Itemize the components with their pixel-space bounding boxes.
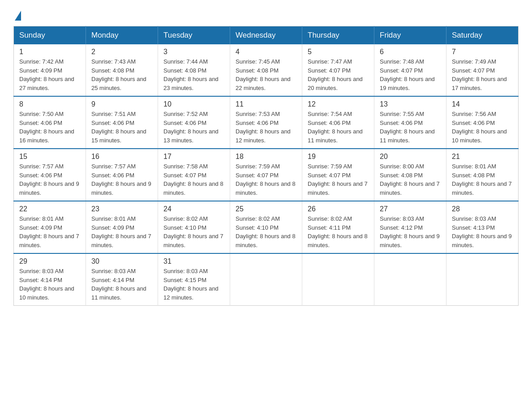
calendar-cell: 21 Sunrise: 8:01 AMSunset: 4:08 PMDaylig… [446, 149, 519, 201]
day-number: 2 [91, 48, 152, 56]
day-number: 19 [308, 153, 369, 161]
calendar-cell: 7 Sunrise: 7:49 AMSunset: 4:07 PMDayligh… [446, 44, 519, 96]
calendar-cell: 16 Sunrise: 7:57 AMSunset: 4:06 PMDaylig… [86, 149, 158, 201]
day-number: 16 [91, 153, 152, 161]
calendar-cell: 12 Sunrise: 7:54 AMSunset: 4:06 PMDaylig… [302, 96, 374, 149]
day-info: Sunrise: 8:02 AMSunset: 4:10 PMDaylight:… [163, 215, 223, 248]
calendar-cell: 22 Sunrise: 8:01 AMSunset: 4:09 PMDaylig… [14, 201, 86, 253]
day-info: Sunrise: 8:00 AMSunset: 4:08 PMDaylight:… [380, 163, 440, 196]
day-info: Sunrise: 8:01 AMSunset: 4:09 PMDaylight:… [19, 215, 79, 248]
header-friday: Friday [374, 26, 446, 45]
day-number: 6 [380, 48, 441, 56]
day-number: 24 [163, 205, 224, 213]
day-info: Sunrise: 7:55 AMSunset: 4:06 PMDaylight:… [380, 111, 435, 144]
week-row-3: 15 Sunrise: 7:57 AMSunset: 4:06 PMDaylig… [14, 149, 519, 201]
day-number: 4 [236, 48, 296, 56]
day-number: 7 [452, 48, 513, 56]
day-info: Sunrise: 8:03 AMSunset: 4:12 PMDaylight:… [380, 215, 440, 248]
day-info: Sunrise: 7:43 AMSunset: 4:08 PMDaylight:… [91, 58, 146, 91]
page-header [13, 9, 519, 17]
header-wednesday: Wednesday [230, 26, 302, 45]
header-sunday: Sunday [14, 26, 86, 45]
calendar-cell: 5 Sunrise: 7:47 AMSunset: 4:07 PMDayligh… [302, 44, 374, 96]
day-info: Sunrise: 8:03 AMSunset: 4:13 PMDaylight:… [452, 215, 512, 248]
calendar-cell: 28 Sunrise: 8:03 AMSunset: 4:13 PMDaylig… [446, 201, 519, 253]
calendar-cell: 17 Sunrise: 7:58 AMSunset: 4:07 PMDaylig… [158, 149, 230, 201]
day-number: 31 [163, 257, 224, 265]
calendar-cell: 19 Sunrise: 7:59 AMSunset: 4:07 PMDaylig… [302, 149, 374, 201]
day-info: Sunrise: 7:45 AMSunset: 4:08 PMDaylight:… [236, 58, 291, 91]
calendar-cell: 24 Sunrise: 8:02 AMSunset: 4:10 PMDaylig… [158, 201, 230, 253]
calendar-cell: 1 Sunrise: 7:42 AMSunset: 4:09 PMDayligh… [14, 44, 86, 96]
header-thursday: Thursday [302, 26, 374, 45]
week-row-1: 1 Sunrise: 7:42 AMSunset: 4:09 PMDayligh… [14, 44, 519, 96]
header-monday: Monday [86, 26, 158, 45]
day-number: 15 [19, 153, 80, 161]
day-number: 26 [308, 205, 369, 213]
logo-triangle-icon [15, 11, 21, 21]
day-info: Sunrise: 7:51 AMSunset: 4:06 PMDaylight:… [91, 111, 146, 144]
calendar-cell [230, 253, 302, 306]
day-number: 18 [236, 153, 296, 161]
day-info: Sunrise: 7:59 AMSunset: 4:07 PMDaylight:… [236, 163, 296, 196]
day-number: 27 [380, 205, 441, 213]
day-info: Sunrise: 8:01 AMSunset: 4:09 PMDaylight:… [91, 215, 151, 248]
day-info: Sunrise: 7:47 AMSunset: 4:07 PMDaylight:… [308, 58, 363, 91]
day-info: Sunrise: 7:52 AMSunset: 4:06 PMDaylight:… [163, 111, 219, 144]
day-info: Sunrise: 8:03 AMSunset: 4:14 PMDaylight:… [91, 268, 146, 301]
day-info: Sunrise: 8:02 AMSunset: 4:11 PMDaylight:… [308, 215, 368, 248]
day-info: Sunrise: 7:44 AMSunset: 4:08 PMDaylight:… [163, 58, 219, 91]
logo [13, 9, 21, 17]
day-number: 29 [19, 257, 80, 265]
day-number: 11 [236, 100, 296, 108]
day-number: 14 [452, 100, 513, 108]
day-number: 23 [91, 205, 152, 213]
day-info: Sunrise: 8:02 AMSunset: 4:10 PMDaylight:… [236, 215, 296, 248]
day-number: 1 [19, 48, 80, 56]
calendar-cell: 14 Sunrise: 7:56 AMSunset: 4:06 PMDaylig… [446, 96, 519, 149]
calendar-cell: 15 Sunrise: 7:57 AMSunset: 4:06 PMDaylig… [14, 149, 86, 201]
day-number: 20 [380, 153, 441, 161]
day-number: 28 [452, 205, 513, 213]
day-number: 8 [19, 100, 80, 108]
calendar-cell: 27 Sunrise: 8:03 AMSunset: 4:12 PMDaylig… [374, 201, 446, 253]
calendar-cell: 2 Sunrise: 7:43 AMSunset: 4:08 PMDayligh… [86, 44, 158, 96]
calendar-header-row: SundayMondayTuesdayWednesdayThursdayFrid… [14, 26, 519, 45]
header-tuesday: Tuesday [158, 26, 230, 45]
calendar-cell: 10 Sunrise: 7:52 AMSunset: 4:06 PMDaylig… [158, 96, 230, 149]
day-info: Sunrise: 7:57 AMSunset: 4:06 PMDaylight:… [19, 163, 79, 196]
day-info: Sunrise: 7:53 AMSunset: 4:06 PMDaylight:… [236, 111, 291, 144]
day-info: Sunrise: 8:03 AMSunset: 4:15 PMDaylight:… [163, 268, 219, 301]
calendar-cell [446, 253, 519, 306]
calendar-cell: 23 Sunrise: 8:01 AMSunset: 4:09 PMDaylig… [86, 201, 158, 253]
calendar-table: SundayMondayTuesdayWednesdayThursdayFrid… [13, 26, 519, 306]
week-row-4: 22 Sunrise: 8:01 AMSunset: 4:09 PMDaylig… [14, 201, 519, 253]
calendar-cell [374, 253, 446, 306]
calendar-cell: 4 Sunrise: 7:45 AMSunset: 4:08 PMDayligh… [230, 44, 302, 96]
calendar-cell: 20 Sunrise: 8:00 AMSunset: 4:08 PMDaylig… [374, 149, 446, 201]
day-info: Sunrise: 7:59 AMSunset: 4:07 PMDaylight:… [308, 163, 368, 196]
day-info: Sunrise: 7:58 AMSunset: 4:07 PMDaylight:… [163, 163, 223, 196]
calendar-cell: 29 Sunrise: 8:03 AMSunset: 4:14 PMDaylig… [14, 253, 86, 306]
calendar-cell [302, 253, 374, 306]
day-info: Sunrise: 7:57 AMSunset: 4:06 PMDaylight:… [91, 163, 151, 196]
day-info: Sunrise: 7:48 AMSunset: 4:07 PMDaylight:… [380, 58, 435, 91]
calendar-cell: 25 Sunrise: 8:02 AMSunset: 4:10 PMDaylig… [230, 201, 302, 253]
day-number: 22 [19, 205, 80, 213]
week-row-2: 8 Sunrise: 7:50 AMSunset: 4:06 PMDayligh… [14, 96, 519, 149]
day-number: 9 [91, 100, 152, 108]
day-info: Sunrise: 7:42 AMSunset: 4:09 PMDaylight:… [19, 58, 74, 91]
calendar-cell: 11 Sunrise: 7:53 AMSunset: 4:06 PMDaylig… [230, 96, 302, 149]
calendar-cell: 31 Sunrise: 8:03 AMSunset: 4:15 PMDaylig… [158, 253, 230, 306]
day-number: 25 [236, 205, 296, 213]
day-number: 12 [308, 100, 369, 108]
day-number: 30 [91, 257, 152, 265]
header-saturday: Saturday [446, 26, 519, 45]
day-number: 10 [163, 100, 224, 108]
calendar-cell: 6 Sunrise: 7:48 AMSunset: 4:07 PMDayligh… [374, 44, 446, 96]
calendar-cell: 18 Sunrise: 7:59 AMSunset: 4:07 PMDaylig… [230, 149, 302, 201]
day-number: 3 [163, 48, 224, 56]
day-number: 13 [380, 100, 441, 108]
day-number: 5 [308, 48, 369, 56]
calendar-cell: 30 Sunrise: 8:03 AMSunset: 4:14 PMDaylig… [86, 253, 158, 306]
